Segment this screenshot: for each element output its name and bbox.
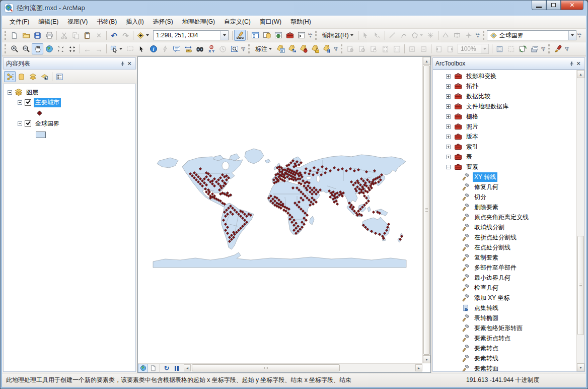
map-horizontal-scrollbar[interactable]: ◄ ► [184,364,422,372]
edit-annotation-tool-button[interactable]: A [372,30,383,41]
zoom-out-button[interactable] [20,43,32,54]
toolbox-tool-row[interactable]: 最小边界几何 [446,273,576,283]
toc-root-label[interactable]: 图层 [25,88,40,97]
data-driven-pages-button[interactable] [517,43,529,54]
print-button[interactable] [43,30,55,41]
draw-toolbar-grip[interactable] [548,44,551,53]
go-back-extent-button[interactable]: ← [82,43,93,54]
fixed-zoom-in-button[interactable] [55,43,66,54]
layout-zoom-out-button[interactable] [356,43,368,54]
menu-item[interactable]: 地理处理(G) [178,16,219,28]
menu-item[interactable]: 帮助(H) [286,16,316,28]
change-layout-button[interactable] [529,43,540,54]
paste-button[interactable] [82,30,93,41]
menu-item[interactable]: 窗口(W) [255,16,286,28]
toolbox-tool-row[interactable]: 修复几何 [446,182,576,192]
close-panel-icon[interactable]: ✕ [126,60,133,67]
toolbox-group-row[interactable]: 数据比较 [446,91,576,101]
expand-icon[interactable] [446,84,451,89]
add-data-dropdown-arrow[interactable] [146,34,149,36]
list-by-drawing-order-button[interactable] [4,71,16,82]
editor-toolbar-overflow[interactable]: ▸▸▾ [475,30,481,40]
data-view-button[interactable] [138,364,148,372]
menu-item[interactable]: 视图(V) [63,16,92,28]
labeling-menu-button[interactable]: 标注 [252,43,275,55]
collapse-icon[interactable] [8,90,12,95]
expand-icon[interactable] [446,124,451,129]
labeling-toolbar-overflow[interactable]: ▸▸▾ [333,44,339,54]
toolbox-tool-row[interactable]: 删除要素 [446,202,576,212]
map-view[interactable]: ▲ ▼ ↻ ◄ ► [137,56,431,373]
arctoolbox-button[interactable] [284,30,296,41]
toolbox-tool-row[interactable]: 检查几何 [446,283,576,293]
label-priority-button[interactable] [286,43,298,54]
expand-icon[interactable] [446,74,451,79]
toolbox-group-row[interactable]: 栅格 [446,111,576,121]
toolbox-group-row[interactable]: 照片 [446,121,576,132]
cut-polygons-button[interactable] [452,30,463,41]
toolbox-tool-row[interactable]: 点集转线 [446,303,576,313]
pause-labeling-button[interactable] [321,43,333,54]
list-by-visibility-button[interactable] [27,71,39,82]
vertical-scroll-thumb[interactable] [577,236,584,335]
menu-item[interactable]: 自定义(C) [219,16,255,28]
go-to-xy-button[interactable]: XY [205,43,217,54]
table-of-contents-button[interactable] [249,30,261,41]
pan-button[interactable] [32,43,43,54]
layer-combo-grip[interactable] [483,31,485,40]
layout-full-page-button[interactable] [380,43,391,54]
toc-symbol-row[interactable] [8,107,135,118]
toggle-draft-mode-button[interactable] [494,43,505,54]
cut-button[interactable] [58,30,70,41]
toolbox-tool-row[interactable]: 要素包络矩形转面 [446,323,576,333]
menu-item[interactable]: 文件(F) [5,16,34,28]
menu-item[interactable]: 插入(I) [121,16,148,28]
toolbox-tool-row[interactable]: 表转椭圆 [446,313,576,323]
editor-toolbar-toggle[interactable] [234,30,246,41]
editor-target-layer-combo[interactable]: 全球国界 [487,30,576,40]
layout-zoom-in-button[interactable] [345,43,356,54]
search-window-button[interactable] [272,30,284,41]
toolbox-tool-row[interactable]: 要素转线 [446,353,576,363]
draw-toolbar-overflow[interactable]: ▸▸▾ [564,44,570,54]
time-slider-button[interactable] [217,43,229,54]
layout-zoom-percent-combo[interactable]: 100% [458,44,489,54]
map-vertical-scrollbar[interactable]: ▲ ▼ [422,57,430,363]
toolbox-group-row[interactable]: 投影和变换 [446,71,576,81]
layout-toolbar-grip[interactable] [341,44,343,53]
viewer-window-button[interactable] [229,43,240,54]
go-forward-extent-button[interactable]: → [93,43,105,54]
focus-data-frame-button[interactable] [505,43,517,54]
fixed-zoom-out-button[interactable] [66,43,78,54]
toc-layer-row[interactable]: 全球国界 [8,118,135,128]
arc-segment-button[interactable] [398,30,410,41]
collapse-icon[interactable] [18,121,22,126]
scroll-left-arrow[interactable]: ◄ [184,364,191,371]
style-brush-button[interactable] [552,43,564,54]
arctoolbox-scrollbar[interactable]: ▲ ▼ [576,70,584,371]
label-weight-button[interactable] [298,43,310,54]
menu-item[interactable]: 书签(B) [92,16,121,28]
redo-button[interactable]: ↷ [120,30,131,41]
toolbox-tool-row[interactable]: 要素转点 [446,343,576,353]
python-window-button[interactable] [296,30,307,41]
layout-view-button[interactable] [148,364,158,372]
editor-menu-button[interactable]: 编辑器(R) [319,30,356,41]
expand-icon[interactable] [446,94,451,99]
toolbar-overflow[interactable]: ▸▸▾ [308,30,313,40]
expand-icon[interactable] [446,145,451,149]
layer-visibility-checkbox[interactable] [25,120,31,127]
toolbox-group-row[interactable]: 索引 [446,142,576,152]
collapse-icon[interactable] [18,100,22,105]
delete-button[interactable]: ✕ [93,30,105,41]
expand-icon[interactable] [446,104,451,109]
move-feature-button[interactable] [463,30,475,41]
refresh-view-button[interactable]: ↻ [162,364,172,372]
expand-icon[interactable] [446,155,451,159]
pin-icon[interactable] [119,60,126,67]
toc-layer-row[interactable]: 主要城市 [8,97,135,107]
toolbox-tool-row[interactable]: 切分 [446,192,576,202]
scroll-up-arrow[interactable]: ▲ [577,70,584,78]
full-extent-button[interactable] [43,43,55,54]
toolbox-group-row[interactable]: 版本 [446,132,576,142]
